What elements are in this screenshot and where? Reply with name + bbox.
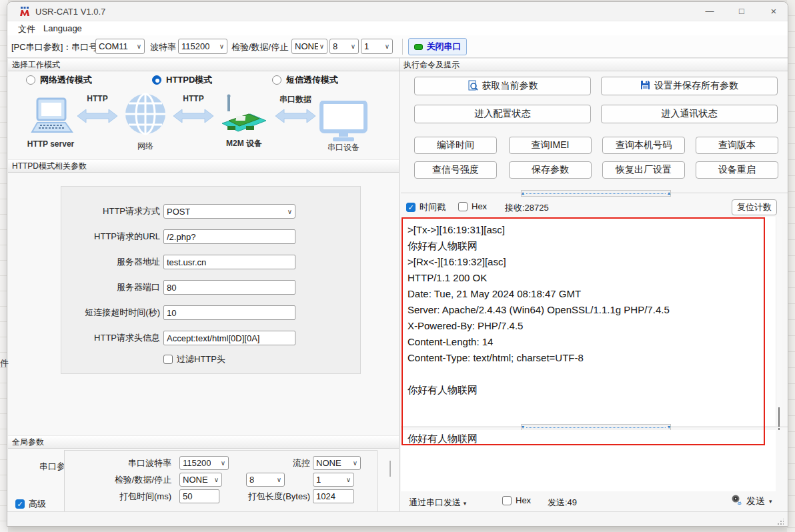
checkbox-checked-icon: ✓ [406, 203, 416, 212]
dropdown-arrow-icon: ▾ [464, 500, 467, 507]
databits-select[interactable]: 8∨ [329, 39, 359, 54]
down-arrow-icon: ▾ [522, 425, 524, 430]
serial-port-label: [PC串口参数]：串口号 [11, 41, 97, 53]
chevron-down-icon: ∨ [351, 43, 355, 50]
field-label: 打包时间(ms) [105, 489, 171, 503]
log-scrollbar[interactable] [776, 217, 782, 426]
mode-radio-httpd[interactable]: HTTPD模式 [152, 74, 212, 86]
com-port-select[interactable]: COM11∨ [95, 39, 145, 54]
device-restart-button[interactable]: 设备重启 [696, 161, 778, 179]
field-label: HTTP请求方式 [61, 204, 160, 219]
enter-config-state-button[interactable]: 进入配置状态 [414, 105, 591, 123]
factory-reset-button[interactable]: 恢复出厂设置 [602, 161, 685, 179]
rx-hex-checkbox[interactable]: Hex [458, 201, 487, 211]
query-signal-button[interactable]: 查信号强度 [414, 161, 497, 179]
advanced-checkbox[interactable]: ✓ 高级 [15, 498, 46, 510]
double-arrow-icon [76, 107, 119, 127]
menu-language[interactable]: Language [43, 23, 82, 33]
field-label: 串口波特率 [105, 456, 171, 470]
global-parity-select[interactable]: NONE∨ [179, 473, 222, 487]
field-label: 打包长度(Bytes) [231, 489, 310, 503]
minimize-button[interactable]: — [694, 2, 725, 21]
timeout-input[interactable] [163, 305, 295, 320]
global-stopbits-select[interactable]: 1∨ [313, 473, 354, 487]
send-input-text: 你好有人物联网 [408, 433, 478, 445]
double-arrow-icon [172, 107, 215, 127]
mode-panel-header: 选择工作模式 [8, 58, 399, 71]
field-label: 服务器地址 [61, 255, 160, 269]
server-address-input[interactable] [163, 255, 295, 269]
diagram-link-label: HTTP [172, 94, 215, 103]
save-params-button[interactable]: 保存参数 [509, 161, 592, 179]
global-databits-select[interactable]: 8∨ [246, 473, 285, 487]
speaker-icon [731, 494, 742, 508]
laptop-icon [24, 97, 77, 141]
chevron-down-icon: ∨ [346, 476, 351, 483]
chevron-down-icon: ∨ [277, 476, 281, 483]
mode-radio-sms-passthrough[interactable]: 短信透传模式 [272, 74, 338, 86]
http-url-input[interactable] [163, 229, 295, 244]
serial-params-box: 串口波特率 115200∨ 流控 NONE∨ 检验/数据/停止 NONE∨ 8∨… [64, 450, 377, 513]
field-label: HTTP请求头信息 [61, 331, 160, 345]
reset-count-button[interactable]: 复位计数 [732, 199, 777, 215]
serial-toolbar: [PC串口参数]：串口号 COM11∨ 波特率 115200∨ 检验/数据/停止… [7, 35, 788, 58]
up-arrow-icon: ▴ [522, 191, 524, 196]
baud-select[interactable]: 115200∨ [178, 39, 227, 54]
query-imei-button[interactable]: 查询IMEI [509, 137, 592, 154]
save-floppy-icon [640, 80, 650, 92]
parity-label: 检验/数据/停止 [231, 41, 288, 53]
compile-time-button[interactable]: 编译时间 [414, 137, 497, 154]
field-label: 短连接超时时间(秒) [61, 305, 160, 320]
checkbox-checked-icon: ✓ [15, 499, 25, 509]
parity-select[interactable]: NONE∨ [291, 39, 327, 54]
global-baud-select[interactable]: 115200∨ [179, 456, 229, 470]
query-version-button[interactable]: 查询版本 [696, 137, 778, 154]
field-label: HTTP请求的URL [61, 229, 160, 244]
timestamp-checkbox[interactable]: ✓ 时间戳 [406, 201, 446, 213]
chevron-down-icon: ∨ [221, 459, 225, 467]
serial-open-indicator-icon [414, 44, 423, 50]
close-serial-button[interactable]: 关闭串口 [408, 38, 467, 55]
titlebar: USR-CAT1 V1.0.7 — □ × [7, 2, 788, 21]
send-count: 发送:49 [548, 497, 577, 509]
checkbox-icon [502, 496, 512, 505]
tx-hex-checkbox[interactable]: Hex [502, 495, 531, 505]
chevron-down-icon: ∨ [219, 43, 224, 50]
receive-count: 接收:28725 [505, 202, 549, 214]
field-label: 检验/数据/停止 [91, 473, 171, 487]
http-method-select[interactable]: POST∨ [163, 204, 295, 219]
menu-file[interactable]: 文件 [18, 23, 35, 35]
pack-length-input[interactable] [313, 489, 354, 503]
app-logo-icon [19, 6, 30, 19]
bottom-panel-divider [389, 461, 391, 477]
command-panel-header: 执行命令及提示 [400, 58, 788, 71]
resize-grip[interactable] [777, 519, 784, 525]
diagram-node-label: 串口设备 [321, 142, 366, 153]
httpd-form-panel: HTTP请求方式 POST∨ HTTP请求的URL 服务器地址 服务器端口 短连… [61, 186, 361, 374]
get-params-button[interactable]: 获取当前参数 [414, 77, 591, 95]
flow-control-select[interactable]: NONE∨ [313, 456, 361, 470]
close-button[interactable]: × [758, 2, 788, 21]
maximize-button[interactable]: □ [726, 2, 757, 21]
enter-comm-state-button[interactable]: 进入通讯状态 [601, 105, 778, 123]
radio-icon [272, 75, 281, 85]
pack-time-input[interactable] [179, 489, 219, 503]
app-window: USR-CAT1 V1.0.7 — □ × 文件 Language [PC串口参… [7, 1, 788, 527]
diagram-node-label: 网络 [124, 141, 167, 152]
send-via-serial-dropdown[interactable]: 通过串口发送 ▾ [409, 497, 466, 509]
http-header-input[interactable] [163, 331, 295, 345]
search-doc-icon [468, 80, 478, 93]
field-label: 服务器端口 [61, 280, 160, 295]
query-phone-number-button[interactable]: 查询本机号码 [602, 137, 685, 154]
stopbits-select[interactable]: 1∨ [361, 39, 393, 54]
set-save-params-button[interactable]: 设置并保存所有参数 [601, 77, 778, 95]
splitter-grabber[interactable]: ▴ ▴ [521, 190, 671, 197]
filter-http-header-checkbox[interactable]: 过滤HTTP头 [163, 353, 225, 365]
httpd-panel-header: HTTPD模式相关参数 [8, 159, 399, 173]
chevron-down-icon: ∨ [385, 43, 389, 50]
monitor-icon [319, 101, 367, 145]
send-button[interactable]: 发送 ▾ [731, 494, 772, 508]
mode-radio-net-passthrough[interactable]: 网络透传模式 [26, 74, 92, 86]
server-port-input[interactable] [163, 280, 295, 295]
baud-label: 波特率 [150, 41, 176, 53]
